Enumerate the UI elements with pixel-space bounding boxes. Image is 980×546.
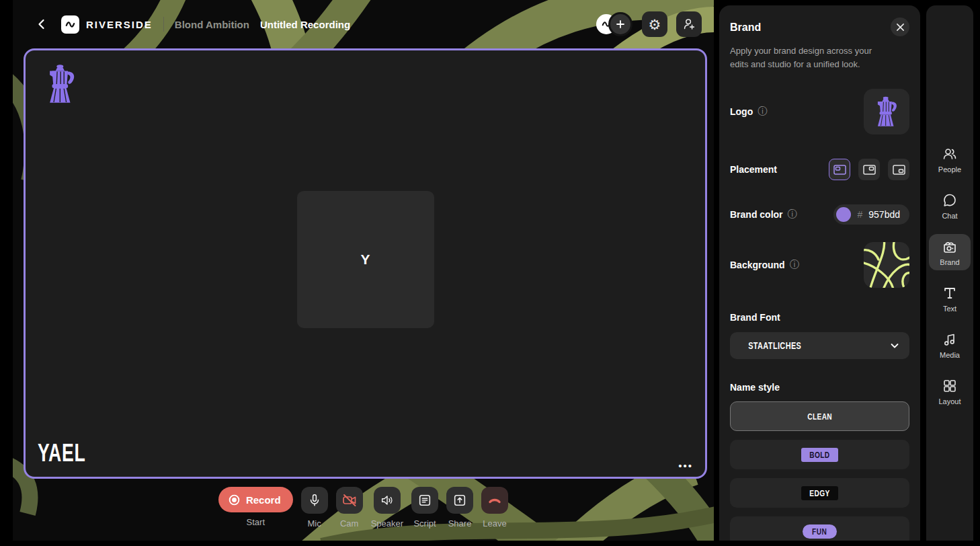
speaker-button[interactable] [374,487,401,514]
breadcrumb-project[interactable]: Blond Ambition [175,19,249,30]
record-control: Record Start [218,487,293,527]
script-button[interactable] [411,487,438,514]
chevron-left-icon [35,17,48,31]
moka-pot-logo-icon [872,95,901,128]
share-button[interactable] [446,487,473,514]
panel-description: Apply your brand design across your edit… [730,44,889,71]
sidebar-item-people[interactable]: People [929,141,971,178]
text-icon [942,285,958,301]
participant-video-tile[interactable]: Y YAEL ••• [24,48,707,479]
breadcrumb-recording-title[interactable]: Untitled Recording [260,19,350,30]
brand-panel: Brand Apply your brand design across you… [719,5,920,541]
leave-call-icon [487,492,503,508]
script-control: Script [411,487,438,529]
participant-avatar-stack[interactable] [596,14,630,34]
brand-color-row: Brand color ⓘ # 957bdd [730,204,909,225]
sidebar-item-brand[interactable]: Brand [929,234,971,270]
invite-people-button[interactable] [676,11,702,37]
name-style-bold[interactable]: BOLD [730,440,909,469]
background-label: Background [730,260,785,270]
cam-button[interactable] [336,487,363,514]
call-toolbar: Record Start Mic [13,487,714,529]
record-icon [228,494,241,506]
placement-label: Placement [730,164,777,175]
microphone-icon [307,493,322,508]
sidebar-item-media[interactable]: Media [929,327,971,363]
record-sub-label: Start [247,517,265,527]
brand-icon [942,239,958,255]
participant-placeholder: Y [297,191,434,328]
background-preview[interactable] [864,242,909,288]
name-style-fun[interactable]: FUN [730,516,909,541]
info-icon[interactable]: ⓘ [790,259,799,271]
background-pattern-icon [864,242,909,288]
logo-label: Logo [730,106,753,117]
record-button[interactable]: Record [218,487,293,512]
person-add-icon [682,17,696,32]
speaker-control: Speaker [371,487,403,529]
participant-name-overlay: YAEL [38,439,104,467]
placement-top-right-icon [863,165,876,175]
plus-icon [616,20,625,29]
placement-top-left-button[interactable] [829,159,850,180]
mic-button[interactable] [301,487,328,514]
name-style-edgy[interactable]: EDGY [730,478,909,508]
panel-title: Brand [730,22,761,34]
chevron-down-icon [889,340,900,351]
riverside-studio-window: RIVERSIDE Blond Ambition Untitled Record… [0,0,980,546]
placement-top-right-button[interactable] [858,159,880,180]
sidebar-item-chat[interactable]: Chat [929,188,971,224]
topbar-divider [163,17,164,32]
background-row: Background ⓘ [730,242,909,288]
top-bar: RIVERSIDE Blond Ambition Untitled Record… [13,0,714,48]
mic-control: Mic [301,487,328,529]
cam-control: Cam [336,487,363,529]
hex-value: 957bdd [868,209,900,220]
media-icon [942,332,958,348]
script-label: Script [413,518,436,529]
share-screen-icon [452,493,467,508]
logo-row: Logo ⓘ [730,89,909,134]
brand-font-heading: Brand Font [730,312,909,323]
add-participant-button[interactable] [610,14,630,34]
riverside-logo-icon [61,15,79,34]
sidebar-item-text[interactable]: Text [929,280,971,317]
leave-button[interactable] [481,487,508,514]
topbar-actions: ⚙ [596,11,702,37]
mic-label: Mic [308,518,321,529]
info-icon[interactable]: ⓘ [758,106,767,118]
close-panel-button[interactable] [891,17,909,36]
back-button[interactable] [32,14,52,34]
chat-icon [942,192,958,208]
people-icon [942,146,958,162]
share-control: Share [446,487,473,529]
layout-icon [942,378,958,394]
brand-font-dropdown[interactable]: STAATLICHES [730,332,909,359]
placement-options [829,159,909,180]
tile-options-button[interactable]: ••• [678,460,693,471]
settings-button[interactable]: ⚙ [642,11,667,37]
logo-preview[interactable] [864,89,909,134]
info-icon[interactable]: ⓘ [788,208,797,221]
participant-initial: Y [360,251,370,268]
riverside-logo[interactable]: RIVERSIDE [61,15,153,34]
brand-color-input[interactable]: # 957bdd [833,204,909,225]
camera-off-icon [341,492,358,508]
moka-pot-logo-icon [43,64,79,104]
name-style-heading: Name style [730,382,909,393]
leave-control: Leave [481,487,508,529]
studio-stage: RIVERSIDE Blond Ambition Untitled Record… [13,0,714,541]
record-button-label: Record [246,494,281,506]
speaker-icon [380,493,395,508]
studio-sidebar: People Chat Brand Text [926,5,973,541]
name-style-clean[interactable]: CLEAN [730,401,909,431]
cam-label: Cam [340,518,358,529]
placement-bottom-right-button[interactable] [888,159,909,180]
color-swatch [836,207,851,222]
placement-row: Placement [730,159,909,180]
sidebar-item-layout[interactable]: Layout [929,373,971,410]
script-icon [417,493,432,508]
placement-top-left-icon [833,165,846,175]
close-icon [896,23,905,32]
hex-hash: # [857,209,862,220]
